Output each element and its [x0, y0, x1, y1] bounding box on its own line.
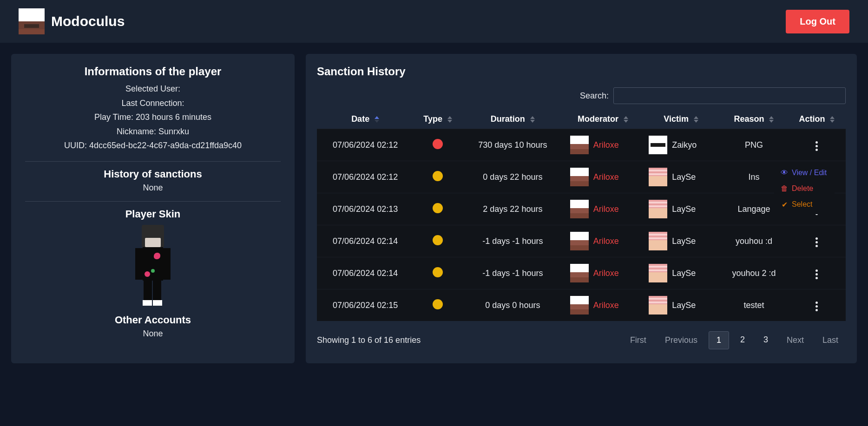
- page-first-button[interactable]: First: [623, 332, 654, 349]
- page-last-button[interactable]: Last: [815, 332, 846, 349]
- app-title: Modoculus: [51, 13, 125, 29]
- table-row: 07/06/2024 02:132 days 22 hoursAriloxeLa…: [317, 193, 846, 225]
- cell-duration: 0 days 0 hours: [462, 289, 564, 321]
- victim-name: LaySe: [672, 269, 696, 278]
- table-row: 07/06/2024 02:150 days 0 hoursAriloxeLay…: [317, 289, 846, 321]
- cell-duration: 730 days 10 hours: [462, 129, 564, 161]
- page-number-button[interactable]: 1: [709, 331, 729, 349]
- search-label: Search:: [580, 91, 609, 101]
- divider: [25, 161, 281, 162]
- type-dot-icon: [433, 235, 443, 245]
- player-info-panel: Informations of the player Selected User…: [11, 54, 295, 363]
- column-reason[interactable]: Reason: [720, 110, 788, 129]
- column-date-label: Date: [351, 114, 369, 124]
- cell-victim: LaySe: [642, 225, 720, 257]
- moderator-avatar-icon: [570, 200, 589, 218]
- cell-date: 07/06/2024 02:12: [317, 129, 414, 161]
- column-action[interactable]: Action: [788, 110, 846, 129]
- victim-avatar-icon: [649, 296, 667, 315]
- sanction-history-title: Sanction History: [317, 65, 846, 78]
- moderator-avatar-icon: [570, 296, 589, 315]
- cell-type: [414, 289, 462, 321]
- cell-date: 07/06/2024 02:12: [317, 161, 414, 193]
- moderator-name-link[interactable]: Ariloxe: [593, 140, 619, 150]
- victim-avatar-icon: [649, 264, 667, 282]
- cell-date: 07/06/2024 02:15: [317, 289, 414, 321]
- player-skin-title: Player Skin: [25, 208, 281, 220]
- action-view-edit-button[interactable]: 👁View / Edit: [774, 165, 835, 181]
- table-footer: Showing 1 to 6 of 16 entries First Previ…: [317, 331, 846, 349]
- sort-arrows-icon: [694, 116, 698, 123]
- moderator-name-link[interactable]: Ariloxe: [593, 236, 619, 246]
- search-input[interactable]: [613, 87, 846, 104]
- nickname-line: Nickname: Sunrxku: [25, 125, 281, 139]
- sort-arrows-icon: [447, 116, 452, 123]
- table-row: 07/06/2024 02:120 days 22 hoursAriloxeLa…: [317, 161, 846, 193]
- moderator-name-link[interactable]: Ariloxe: [593, 204, 619, 214]
- moderator-name-link[interactable]: Ariloxe: [593, 269, 619, 278]
- last-connection-line: Last Connection:: [25, 96, 281, 111]
- last-connection-label: Last Connection:: [121, 98, 184, 108]
- cell-type: [414, 193, 462, 225]
- play-time-label: Play Time:: [94, 112, 133, 122]
- action-menu-button[interactable]: [813, 299, 821, 314]
- moderator-avatar-icon: [570, 232, 589, 250]
- search-row: Search:: [317, 87, 846, 104]
- selected-user-label: Selected User:: [125, 84, 180, 93]
- victim-avatar-icon: [649, 136, 667, 154]
- column-duration[interactable]: Duration: [462, 110, 564, 129]
- sanction-history-panel: Sanction History Search: Date Type Du: [306, 54, 857, 363]
- column-victim-label: Victim: [664, 114, 689, 124]
- cell-reason: PNG: [720, 129, 788, 161]
- cell-duration: 2 days 22 hours: [462, 193, 564, 225]
- victim-name: LaySe: [672, 301, 696, 310]
- cell-type: [414, 161, 462, 193]
- logout-button[interactable]: Log Out: [786, 10, 849, 33]
- selected-user-line: Selected User:: [25, 82, 281, 96]
- sort-arrows-icon: [769, 116, 774, 123]
- history-sanctions-title: History of sanctions: [25, 168, 281, 180]
- cell-moderator: Ariloxe: [564, 193, 642, 225]
- brand: Modoculus: [19, 8, 125, 34]
- column-reason-label: Reason: [734, 114, 764, 124]
- pagination: First Previous 123 Next Last: [623, 331, 846, 349]
- victim-name: LaySe: [672, 172, 696, 182]
- page-next-button[interactable]: Next: [779, 332, 811, 349]
- moderator-name-link[interactable]: Ariloxe: [593, 301, 619, 310]
- page-number-button[interactable]: 3: [756, 331, 776, 349]
- other-accounts-text: None: [25, 329, 281, 339]
- cell-duration: 0 days 22 hours: [462, 161, 564, 193]
- column-type[interactable]: Type: [414, 110, 462, 129]
- type-dot-icon: [433, 139, 443, 149]
- trash-icon: 🗑: [781, 185, 788, 192]
- action-select-button[interactable]: ✔Select: [774, 197, 835, 212]
- action-menu-button[interactable]: [813, 138, 821, 154]
- victim-name: Zaikyo: [672, 140, 697, 150]
- column-date[interactable]: Date: [317, 110, 414, 129]
- victim-avatar-icon: [649, 200, 667, 218]
- nickname-value: Sunrxku: [158, 127, 189, 136]
- victim-name: LaySe: [672, 204, 696, 214]
- cell-action: [788, 129, 846, 161]
- column-victim[interactable]: Victim: [642, 110, 720, 129]
- action-delete-button[interactable]: 🗑Delete: [774, 181, 835, 197]
- type-dot-icon: [433, 203, 443, 213]
- column-moderator[interactable]: Moderator: [564, 110, 642, 129]
- moderator-name-link[interactable]: Ariloxe: [593, 172, 619, 182]
- cell-action: [788, 289, 846, 321]
- table-row: 07/06/2024 02:14-1 days -1 hoursAriloxeL…: [317, 225, 846, 257]
- action-menu-button[interactable]: [813, 235, 821, 250]
- page-number-button[interactable]: 2: [733, 331, 752, 349]
- history-sanctions-text: None: [25, 183, 281, 193]
- action-menu-button[interactable]: [813, 267, 821, 282]
- table-row: 07/06/2024 02:12730 days 10 hoursAriloxe…: [317, 129, 846, 161]
- brand-logo-icon: [19, 8, 45, 34]
- cell-date: 07/06/2024 02:14: [317, 225, 414, 257]
- column-type-label: Type: [423, 114, 442, 124]
- type-dot-icon: [433, 299, 443, 309]
- cell-victim: LaySe: [642, 193, 720, 225]
- uuid-value: 4dcc65ed-bc22-4c67-a9da-cd21ffda9c40: [89, 141, 242, 150]
- page-previous-button[interactable]: Previous: [658, 332, 705, 349]
- cell-reason: testet: [720, 289, 788, 321]
- cell-victim: LaySe: [642, 289, 720, 321]
